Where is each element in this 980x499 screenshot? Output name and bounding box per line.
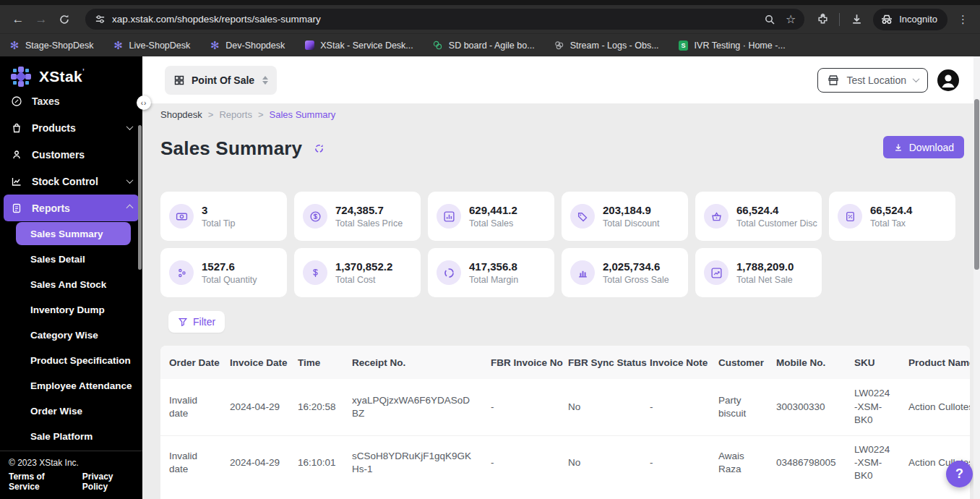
- stats-grid: 3Total Tip 724,385.7Total Sales Price 62…: [160, 192, 964, 297]
- refresh-icon[interactable]: [314, 143, 324, 154]
- submenu-sale-platform[interactable]: Sale Platform: [0, 424, 142, 449]
- site-settings-icon[interactable]: [94, 14, 106, 25]
- stat-total-quantity: 1527.6Total Quantity: [160, 248, 287, 297]
- bookmark-sd-board[interactable]: SD board - Agile bo...: [432, 40, 535, 51]
- chevron-down-icon: [126, 123, 134, 130]
- reports-submenu: Sales Summary Sales Detail Sales And Sto…: [0, 222, 142, 449]
- breadcrumb-reports[interactable]: Reports: [219, 109, 252, 120]
- col-fbr-invoice-no[interactable]: FBR Invoice No: [482, 346, 559, 379]
- forward-button[interactable]: →: [30, 9, 52, 30]
- submenu-order-wise[interactable]: Order Wise: [0, 398, 142, 424]
- submenu-product-specification[interactable]: Product Specification: [0, 348, 142, 373]
- dots-icon: [169, 260, 194, 285]
- breadcrumb-separator: >: [258, 109, 264, 120]
- sidebar-item-taxes[interactable]: Taxes: [0, 96, 142, 114]
- stat-total-sales: 629,441.2Total Sales: [428, 192, 554, 241]
- logo-text: XStak’: [39, 68, 85, 85]
- sidebar-item-stock-control[interactable]: Stock Control: [0, 168, 142, 195]
- circle-arc-icon: [437, 260, 461, 285]
- bookmark-ivr-testing[interactable]: S IVR Testing · Home -...: [678, 40, 786, 51]
- terms-of-service-link[interactable]: Terms of Service: [9, 472, 69, 492]
- table-header-row: Order Date Invoice Date Time Receipt No.…: [160, 346, 970, 379]
- help-button[interactable]: ?: [946, 461, 973, 487]
- bookmark-stream-logs[interactable]: Stream - Logs - Obs...: [554, 40, 659, 51]
- stat-label: Total Sales Price: [335, 218, 403, 229]
- window-top-strip: [0, 0, 980, 5]
- xstak-square-icon: [304, 40, 315, 51]
- cell-order-date: Invalid date: [160, 379, 221, 435]
- breadcrumb-sales-summary[interactable]: Sales Summary: [270, 109, 336, 120]
- back-button[interactable]: ←: [7, 9, 29, 30]
- dollar-icon: [303, 260, 327, 285]
- cell-time: 16:10:01: [289, 435, 343, 490]
- bookmark-stage-shopdesk[interactable]: ✻ Stage-ShopDesk: [9, 40, 94, 51]
- col-customer[interactable]: Customer: [710, 346, 768, 379]
- url-text[interactable]: xap.xstak.com/shopdesk/reports/sales-sum…: [112, 14, 757, 25]
- privacy-policy-link[interactable]: Privacy Policy: [82, 472, 134, 492]
- dollar-circle-icon: [303, 204, 327, 229]
- filter-button[interactable]: Filter: [168, 311, 225, 333]
- col-time[interactable]: Time: [289, 346, 343, 379]
- col-invoice-date[interactable]: Invoice Date: [221, 346, 289, 379]
- breadcrumb: Shopdesk > Reports > Sales Summary: [160, 109, 335, 120]
- sidebar-scrollbar[interactable]: [138, 125, 142, 270]
- cell-fbr-sync-status: No: [559, 379, 641, 435]
- module-selector-button[interactable]: Point Of Sale: [165, 66, 277, 95]
- col-receipt-no[interactable]: Receipt No.: [343, 346, 482, 379]
- main-content: Point Of Sale Test Location: [142, 56, 980, 499]
- submenu-category-wise[interactable]: Category Wise: [0, 323, 142, 348]
- user-avatar[interactable]: [937, 69, 959, 91]
- bookmark-dev-shopdesk[interactable]: ✻ Dev-Shopdesk: [209, 40, 285, 51]
- address-bar[interactable]: xap.xstak.com/shopdesk/reports/sales-sum…: [85, 9, 804, 30]
- submenu-sales-summary[interactable]: Sales Summary: [16, 222, 131, 245]
- submenu-employee-attendance[interactable]: Employee Attendance: [0, 373, 142, 398]
- sidebar-item-label: Taxes: [32, 96, 132, 107]
- submenu-inventory-dump[interactable]: Inventory Dump: [0, 297, 142, 323]
- submenu-sales-detail[interactable]: Sales Detail: [0, 247, 142, 272]
- trend-chart-icon: [704, 260, 728, 285]
- col-sku[interactable]: SKU: [846, 346, 900, 379]
- percent-icon: [10, 96, 22, 107]
- copyright-text: © 2023 XStak Inc.: [9, 458, 134, 468]
- col-mobile-no[interactable]: Mobile No.: [768, 346, 846, 379]
- page-scrollbar[interactable]: [973, 56, 980, 499]
- sidebar-item-reports[interactable]: Reports: [4, 195, 139, 221]
- reload-button[interactable]: [53, 9, 75, 30]
- bookmark-star-icon[interactable]: ☆: [786, 12, 796, 26]
- chevron-down-icon: [913, 75, 920, 82]
- tax-document-icon: [838, 204, 862, 229]
- browser-menu-icon[interactable]: ⋮: [953, 13, 973, 26]
- sales-table: Order Date Invoice Date Time Receipt No.…: [160, 346, 970, 490]
- submenu-sales-and-stock[interactable]: Sales And Stock: [0, 272, 142, 297]
- incognito-badge[interactable]: Incognito: [873, 9, 947, 30]
- sidebar-footer: © 2023 XStak Inc. Terms of Service Priva…: [0, 451, 142, 499]
- stat-value: 3: [202, 204, 236, 216]
- location-label: Test Location: [847, 74, 907, 86]
- bookmark-live-shopdesk[interactable]: ✻ Live-ShopDesk: [113, 40, 191, 51]
- page-scrollbar-thumb[interactable]: [974, 99, 979, 270]
- sidebar-item-customers[interactable]: Customers: [0, 141, 142, 168]
- bookmark-xstak-service-desk[interactable]: XStak - Service Desk...: [304, 40, 413, 51]
- cell-customer: Awais Raza: [710, 435, 768, 490]
- download-button[interactable]: Download: [883, 136, 964, 158]
- downloads-icon[interactable]: [846, 9, 867, 30]
- search-icon[interactable]: [764, 14, 775, 25]
- extensions-icon[interactable]: [812, 9, 833, 30]
- stat-label: Total Gross Sale: [603, 275, 669, 285]
- breadcrumb-shopdesk[interactable]: Shopdesk: [160, 109, 202, 120]
- cell-sku: LW0224-XSM-BK0: [846, 379, 900, 435]
- stat-label: Total Tax: [870, 218, 912, 229]
- location-selector[interactable]: Test Location: [817, 68, 929, 93]
- download-label: Download: [909, 142, 954, 153]
- stat-value: 203,184.9: [603, 204, 660, 216]
- line-chart-icon: [10, 175, 22, 187]
- cell-fbr-sync-status: No: [559, 435, 641, 490]
- sidebar-item-products[interactable]: Products: [0, 114, 142, 141]
- rings-green-icon: [432, 40, 444, 51]
- col-product-name[interactable]: Product Name: [900, 346, 970, 379]
- col-order-date[interactable]: Order Date: [160, 346, 221, 379]
- col-fbr-sync-status[interactable]: FBR Sync Status: [559, 346, 641, 379]
- stat-value: 1,788,209.0: [736, 260, 794, 273]
- col-invoice-note[interactable]: Invoice Note: [641, 346, 710, 379]
- sidebar-collapse-toggle[interactable]: ‹›: [137, 95, 151, 110]
